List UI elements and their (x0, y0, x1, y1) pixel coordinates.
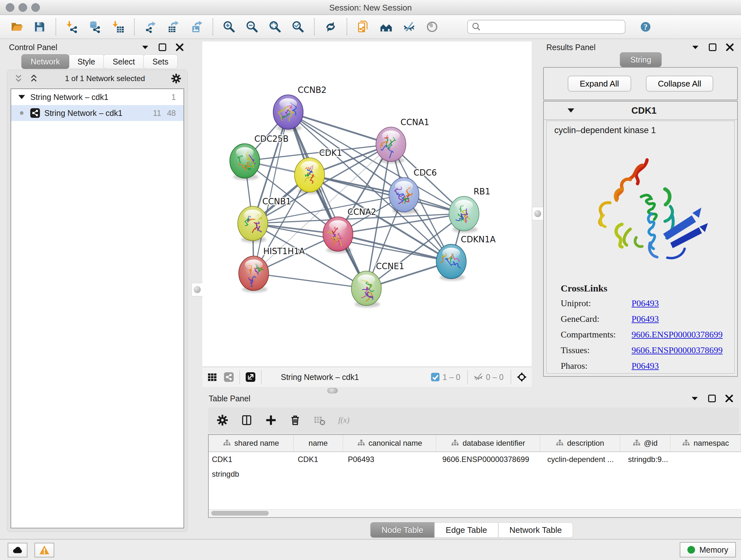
zoom-out-icon[interactable] (245, 20, 259, 34)
open-folder-icon[interactable] (10, 20, 23, 34)
import-table-icon[interactable] (111, 20, 125, 34)
toolbar-divider (134, 18, 135, 35)
panel-menu-icon[interactable] (140, 42, 151, 53)
search-input[interactable] (482, 22, 622, 32)
network-options-gear-icon[interactable] (171, 73, 182, 84)
cell: stringdb:9... (625, 452, 676, 467)
toolbar-divider (56, 18, 56, 35)
column-header-database-identifier[interactable]: database identifier (436, 435, 540, 451)
table-row[interactable]: CDK1CDK1P064939606.ENSP00000378699cyclin… (209, 452, 741, 482)
panel-close-icon[interactable] (724, 42, 735, 53)
node-HIST1H1A[interactable]: HIST1H1A (239, 246, 305, 291)
selected-checkbox-icon[interactable] (430, 372, 441, 382)
crosslink-label: GeneCard: (561, 314, 631, 324)
export-view-icon[interactable] (245, 372, 256, 382)
tab-network-table[interactable]: Network Table (498, 522, 573, 538)
left-splitter-handle[interactable] (192, 283, 203, 296)
trash-icon[interactable] (289, 414, 301, 426)
export-image-icon[interactable] (190, 20, 204, 34)
expand-all-networks-icon[interactable] (28, 73, 39, 84)
column-header--id[interactable]: @id (620, 435, 670, 451)
node-label: CCNE1 (376, 261, 404, 271)
hide-eye-icon[interactable] (402, 20, 416, 34)
refresh-icon[interactable] (324, 20, 338, 34)
column-header-canonical-name[interactable]: canonical name (343, 435, 436, 451)
main-toolbar: ? (0, 15, 741, 39)
column-header-shared-name[interactable]: shared name (209, 435, 293, 451)
column-header-description[interactable]: description (540, 435, 620, 451)
memory-button[interactable]: Memory (680, 542, 736, 557)
tab-edge-table[interactable]: Edge Table (434, 522, 498, 538)
panel-float-icon[interactable] (706, 393, 718, 404)
collection-caret-icon[interactable] (16, 91, 27, 103)
edge-CCNB2-CCNE1[interactable] (288, 112, 366, 288)
tab-style[interactable]: Style (68, 54, 105, 69)
tab-select[interactable]: Select (104, 54, 144, 69)
help-button[interactable]: ? (640, 21, 651, 32)
edge-HIST1H1A-CCNE1[interactable] (254, 273, 366, 288)
network-share-badge-icon[interactable] (223, 372, 234, 382)
import-database-icon[interactable] (88, 20, 102, 34)
panel-float-icon[interactable] (157, 42, 168, 53)
crosslink-link[interactable]: P06493 (631, 314, 659, 324)
right-splitter-handle[interactable] (532, 207, 543, 220)
hidden-eye-icon[interactable] (473, 372, 484, 382)
network-collection-row[interactable]: String Network – cdk1 1 (11, 89, 184, 105)
collapse-all-networks-icon[interactable] (13, 73, 24, 84)
tab-node-table[interactable]: Node Table (370, 522, 434, 538)
expand-all-button[interactable]: Expand All (568, 76, 631, 91)
panel-menu-icon[interactable] (690, 42, 701, 53)
column-header-name[interactable]: name (293, 435, 343, 451)
panel-menu-icon[interactable] (689, 393, 700, 404)
node-CCNE1[interactable]: CCNE1 (351, 261, 404, 306)
show-eye-icon[interactable] (425, 20, 439, 34)
tab-sets[interactable]: Sets (143, 54, 178, 69)
collapse-all-button[interactable]: Collapse All (646, 76, 714, 91)
panel-close-icon[interactable] (174, 42, 185, 53)
zoom-selected-icon[interactable] (291, 20, 305, 34)
crosslink-link[interactable]: 9606.ENSP00000378699 (631, 329, 723, 340)
export-table-icon[interactable] (166, 20, 181, 34)
node-CCNA1[interactable]: CCNA1 (376, 118, 429, 162)
houses-icon[interactable] (379, 20, 393, 34)
crosslink-link[interactable]: P06493 (631, 361, 659, 371)
crosslink-link[interactable]: 9606.ENSP00000378699 (631, 345, 723, 355)
export-network-icon[interactable] (144, 20, 158, 34)
network-view-canvas[interactable]: CCNB2CCNA1CDC25BCDK1CDC6RB1CCNB1CCNA2CDK… (202, 42, 532, 367)
svg-text:?: ? (644, 23, 648, 31)
column-header-namespac[interactable]: namespac (670, 435, 741, 451)
table-panel: Table Panel f(x) shared namenamecanonica… (202, 392, 741, 539)
zoom-fit-icon[interactable] (268, 20, 282, 34)
section-collapse-icon[interactable] (565, 105, 576, 116)
node-label: CCNB2 (298, 85, 327, 95)
import-network-icon[interactable] (65, 20, 79, 34)
toolbar-divider (212, 18, 213, 35)
node-CCNB1[interactable]: CCNB1 (238, 197, 291, 241)
cloud-button[interactable] (8, 543, 27, 557)
panel-close-icon[interactable] (724, 393, 735, 404)
cell: CDK1 (209, 452, 294, 467)
crosslinks-section: CrossLinks Uniprot:P06493GeneCard:P06493… (561, 283, 734, 371)
shared-column-icon (632, 439, 641, 447)
tab-network[interactable]: Network (21, 54, 69, 69)
tab-string[interactable]: String (620, 52, 662, 67)
results-actions: Expand All Collapse All (543, 67, 738, 100)
network-row-selected[interactable]: String Network – cdk1 11 48 (11, 105, 184, 121)
warnings-button[interactable] (35, 543, 54, 557)
node-RB1[interactable]: RB1 (449, 187, 490, 231)
save-icon[interactable] (32, 20, 47, 34)
edge-CDK1-RB1[interactable] (310, 175, 464, 213)
gear-icon[interactable] (216, 414, 228, 426)
edge-CCNB2-CCNA1[interactable] (288, 112, 391, 144)
crosslink-link[interactable]: P06493 (631, 298, 659, 308)
columns-icon[interactable] (241, 414, 253, 426)
clipboard-share-icon[interactable] (356, 20, 370, 34)
plus-icon[interactable] (265, 414, 277, 426)
panel-float-icon[interactable] (707, 42, 718, 53)
table-h-scrollbar-thumb[interactable] (211, 511, 269, 516)
node-CCNB2[interactable]: CCNB2 (273, 85, 327, 129)
node-CDKN1A[interactable]: CDKN1A (436, 235, 495, 279)
birds-eye-grid-icon[interactable] (207, 372, 218, 382)
fit-selected-crosshair-icon[interactable] (516, 372, 527, 382)
zoom-in-icon[interactable] (222, 20, 236, 34)
